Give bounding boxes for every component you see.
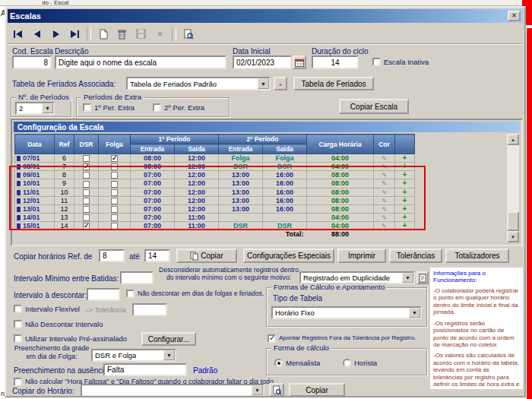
cell-cor[interactable]: ✎ [374, 222, 395, 230]
cell-dsr[interactable] [74, 171, 99, 179]
per1-extra-checkbox[interactable]: 1º Per. Extra [83, 103, 135, 112]
table-row[interactable]: 07/01 6 08:00 12:00 Folga Folga 04:00 ✎ … [15, 154, 415, 163]
cell-saida2[interactable]: 16:00 [263, 188, 307, 196]
imprimir-button[interactable]: Imprimir [337, 249, 386, 263]
utilizar-pre-assinalado-checkbox[interactable]: Utilizar Intervalo Pré-assinalado [14, 334, 127, 343]
add-row-icon[interactable]: + [403, 179, 407, 188]
col-header-dsr[interactable]: DSR [74, 135, 99, 154]
cell-ref[interactable]: 11 [55, 196, 74, 204]
tolerancias-button[interactable]: Tolerâncias [389, 249, 442, 263]
cell-entrada1[interactable]: 07:00 [131, 213, 175, 221]
nao-descontar-intervalo-checkbox[interactable]: Não Descontar Intervalo [14, 320, 103, 328]
cell-cor[interactable]: ✎ [374, 171, 395, 179]
footer-copiar-button[interactable]: Copiar [289, 383, 345, 397]
scroll-thumb[interactable] [507, 211, 519, 231]
col-header-data[interactable]: Data [15, 135, 55, 154]
table-row[interactable]: 11/01 10 07:00 12:00 13:00 16:00 08:00 ✎… [15, 188, 415, 196]
dsr-checkbox[interactable] [83, 214, 90, 221]
cell-add[interactable]: + [395, 154, 415, 163]
copiar-horario-combo[interactable]: ▼ [81, 384, 264, 397]
save-record-button[interactable] [132, 27, 150, 42]
cell-dsr[interactable] [74, 222, 99, 230]
cell-entrada1[interactable]: 07:00 [131, 171, 175, 179]
cell-cor[interactable]: ✎ [374, 196, 395, 204]
cell-entrada1[interactable]: 07:00 [131, 204, 175, 213]
per2-extra-checkbox[interactable]: 2º Per. Extra [153, 103, 204, 112]
cell-cor[interactable]: ✎ [374, 163, 395, 171]
folga-checkbox[interactable] [111, 206, 118, 213]
cell-saida2[interactable]: 16:00 [263, 179, 307, 188]
add-row-icon[interactable]: + [403, 222, 407, 230]
dsr-checkbox[interactable] [83, 189, 90, 196]
nao-descontar-folgas-checkbox[interactable]: Não descontar em dias de folgas e feriad… [126, 290, 264, 298]
dsr-checkbox[interactable] [83, 172, 90, 179]
cell-ref[interactable]: 7 [55, 163, 74, 171]
table-row[interactable]: 14/01 13 07:00 11:00 04:00 ✎ + [15, 213, 415, 221]
table-row[interactable]: 15/01 14 07:00 11:00 DSR DSR 04:00 ✎ + [15, 222, 415, 230]
delete-record-button[interactable] [113, 27, 131, 42]
add-row-icon[interactable]: + [403, 188, 407, 196]
cell-cor[interactable]: ✎ [374, 204, 395, 213]
cell-cor[interactable]: ✎ [374, 154, 395, 163]
add-row-icon[interactable]: + [403, 204, 407, 213]
cell-add[interactable]: + [395, 222, 415, 230]
cell-add[interactable]: + [395, 204, 415, 213]
cell-saida2[interactable]: DSR [263, 222, 307, 230]
color-edit-icon[interactable]: ✎ [382, 214, 387, 221]
cell-add[interactable]: + [395, 213, 415, 221]
cell-saida2[interactable]: DSR [263, 163, 307, 171]
cell-ref[interactable]: 8 [55, 171, 74, 179]
cod-escala-input[interactable] [12, 55, 52, 69]
folga-checkbox[interactable] [111, 223, 118, 230]
preenchimento-folga-combo[interactable]: DSR e Folga ▼ [91, 349, 176, 362]
cell-saida2[interactable]: 16:00 [263, 196, 307, 204]
cancel-edit-button[interactable]: × [151, 27, 169, 42]
folga-checkbox[interactable] [111, 181, 118, 188]
totalizadores-button[interactable]: Totalizadores [445, 249, 509, 263]
cell-ref[interactable]: 9 [55, 179, 74, 188]
first-record-button[interactable] [9, 27, 27, 42]
cell-add[interactable]: + [395, 188, 415, 196]
remove-feriados-button[interactable]: - [274, 77, 287, 90]
cell-carga[interactable]: 08:00 [307, 188, 374, 196]
folga-checkbox[interactable] [111, 189, 118, 196]
horista-radio[interactable]: Horista [343, 359, 377, 367]
cell-entrada1[interactable]: 07:00 [131, 188, 175, 196]
descricao-input[interactable] [55, 55, 226, 69]
ref-de-input[interactable] [99, 249, 125, 262]
cell-entrada2[interactable] [219, 213, 263, 221]
cell-saida1[interactable]: 12:00 [175, 188, 219, 196]
next-record-button[interactable] [47, 27, 65, 42]
cell-data[interactable]: 11/01 [15, 188, 55, 196]
cell-saida2[interactable]: 16:00 [263, 204, 307, 213]
cell-folga[interactable] [99, 196, 131, 204]
cell-cor[interactable]: ✎ [374, 188, 395, 196]
cell-ref[interactable]: 12 [55, 204, 74, 213]
cell-cor[interactable]: ✎ [374, 179, 395, 188]
cell-ref[interactable]: 10 [55, 188, 74, 196]
cell-carga[interactable]: 04:00 [307, 222, 374, 230]
cell-entrada1[interactable]: 07:00 [131, 222, 175, 230]
close-button[interactable]: × [508, 11, 521, 21]
cell-entrada1[interactable]: 08:00 [131, 163, 175, 171]
cell-entrada2[interactable]: 13:00 [219, 171, 263, 179]
copiar-escala-button[interactable]: Copiar Escala [339, 99, 409, 114]
cell-folga[interactable] [99, 171, 131, 179]
cell-data[interactable]: 15/01 [15, 222, 55, 230]
tipo-tabela-combo[interactable]: Horário Fixo ▼ [271, 306, 422, 319]
cell-saida2[interactable]: Folga [263, 154, 307, 163]
cell-entrada1[interactable]: 08:00 [131, 154, 175, 163]
print-preview-button[interactable] [179, 27, 197, 42]
escala-inativa-checkbox[interactable]: Escala Inativa [372, 58, 429, 66]
configurar-button[interactable]: Configurar... [141, 332, 196, 346]
cell-add[interactable]: + [395, 163, 415, 171]
cell-saida1[interactable]: 12:00 [175, 154, 219, 163]
col-header-entrada1[interactable]: Entrada [131, 144, 175, 154]
add-row-icon[interactable]: + [403, 163, 407, 171]
calendar-button[interactable] [293, 55, 306, 69]
add-row-icon[interactable]: + [403, 171, 407, 179]
dsr-checkbox[interactable] [83, 198, 90, 204]
cell-saida2[interactable]: 16:00 [263, 171, 307, 179]
folga-checkbox[interactable] [111, 214, 118, 221]
dsr-checkbox[interactable] [83, 206, 90, 213]
